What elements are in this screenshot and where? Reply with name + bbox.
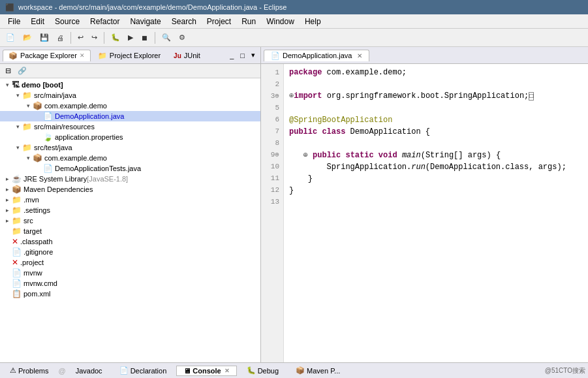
status-tab-console[interactable]: 🖥 Console ✕	[176, 366, 236, 376]
collapse-all-btn[interactable]: ⊟	[3, 65, 14, 76]
toggle[interactable]: ▸	[3, 206, 12, 215]
tree-item-src[interactable]: ▸ 📁 src	[0, 215, 260, 226]
menu-search[interactable]: Search	[166, 16, 202, 27]
toolbar-print[interactable]: 🖨	[54, 32, 67, 44]
tree-label: target	[23, 227, 42, 235]
view-menu-btn[interactable]: ▾	[249, 50, 258, 61]
toolbar-settings[interactable]: ⚙	[176, 31, 189, 44]
tree-item-application-properties[interactable]: 🍃 application.properties	[0, 132, 260, 142]
tree-item-mvn[interactable]: ▸ 📁 .mvn	[0, 195, 260, 205]
status-tab-maven[interactable]: 📦 Maven P...	[288, 365, 347, 376]
toolbar-undo[interactable]: ↩	[74, 31, 87, 44]
tree-label: mvnw	[23, 269, 42, 277]
jre-icon: ☕	[12, 174, 22, 183]
menu-project[interactable]: Project	[202, 16, 236, 27]
status-tab-debug[interactable]: 🐛 Debug	[240, 365, 286, 376]
toggle[interactable]: ▸	[3, 174, 12, 183]
code-content[interactable]: package com.example.demo; ⊕import org.sp…	[284, 64, 588, 362]
tree-item-maven-deps[interactable]: ▸ 📦 Maven Dependencies	[0, 184, 260, 195]
tab-junit[interactable]: Ju JUnit	[168, 50, 206, 61]
toolbar-debug[interactable]: 🐛	[108, 31, 123, 44]
toggle[interactable]: ▾	[23, 101, 33, 110]
menu-refactor[interactable]: Refactor	[85, 16, 125, 27]
jre-version-label: [JavaSE-1.8]	[87, 175, 128, 183]
menu-file[interactable]: File	[3, 16, 25, 27]
maximize-panel-btn[interactable]: □	[238, 50, 247, 61]
title-bar: ⬛ workspace - demo/src/main/java/com/exa…	[0, 0, 588, 14]
editor-tab-close[interactable]: ✕	[357, 52, 362, 59]
code-editor[interactable]: 1 2 3⊕ 5 6 7 8 9⊕ 10 11 12 13 package co…	[261, 64, 588, 362]
junit-icon: Ju	[174, 52, 181, 59]
editor-tab-demo-application[interactable]: 📄 DemoApplication.java ✕	[264, 50, 369, 61]
tree-label: .settings	[23, 206, 50, 214]
tree-item-mvnw-cmd[interactable]: 📄 mvnw.cmd	[0, 278, 260, 289]
tree-item-settings[interactable]: ▸ 📁 .settings	[0, 205, 260, 215]
script-icon: 📄	[12, 268, 22, 277]
status-tab-javadoc[interactable]: Javadoc	[69, 366, 110, 376]
tree-item-src-main-resources[interactable]: ▾ 📁 src/main/resources	[0, 121, 260, 132]
editor-tabs: 📄 DemoApplication.java ✕	[261, 47, 588, 64]
tree-item-mvnw[interactable]: 📄 mvnw	[0, 268, 260, 278]
menu-edit[interactable]: Edit	[25, 16, 50, 27]
line-num-10: 10	[265, 161, 279, 172]
toggle[interactable]: ▾	[13, 143, 22, 152]
tree-item-demo-application-tests[interactable]: 📄 DemoApplicationTests.java	[0, 163, 260, 174]
toggle[interactable]: ▸	[3, 195, 12, 204]
tree-item-src-test-java[interactable]: ▾ 📁 src/test/java	[0, 142, 260, 153]
editor-tab-label: DemoApplication.java	[283, 52, 352, 59]
tree-item-demo-application[interactable]: 📄 DemoApplication.java	[0, 111, 260, 121]
menu-help[interactable]: Help	[300, 16, 326, 27]
status-tab-declaration[interactable]: 📄 Declaration	[112, 365, 174, 376]
tab-package-explorer[interactable]: 📦 Package Explorer ✕	[3, 50, 91, 61]
tree-item-project[interactable]: ✕ .project	[0, 257, 260, 268]
package-explorer-close[interactable]: ✕	[80, 52, 85, 59]
folder-icon: 📁	[22, 91, 32, 100]
toggle[interactable]: ▾	[3, 80, 12, 89]
tree-item-com-example-demo-test[interactable]: ▾ 📦 com.example.demo	[0, 153, 260, 163]
toolbar-save[interactable]: 💾	[37, 31, 52, 44]
line-num-1: 1	[265, 67, 279, 78]
menu-navigate[interactable]: Navigate	[125, 16, 166, 27]
tree-item-target[interactable]: 📁 target	[0, 226, 260, 236]
tree-item-com-example-demo[interactable]: ▾ 📦 com.example.demo	[0, 101, 260, 111]
toolbar-new[interactable]: 📄	[3, 31, 18, 44]
menu-run[interactable]: Run	[236, 16, 261, 27]
menu-window[interactable]: Window	[261, 16, 300, 27]
tree-label: DemoApplication.java	[55, 112, 124, 120]
tree-item-classpath[interactable]: ✕ .classpath	[0, 236, 260, 247]
console-close[interactable]: ✕	[224, 368, 230, 374]
status-tab-maven-label: Maven P...	[307, 367, 340, 375]
menu-source[interactable]: Source	[50, 16, 85, 27]
problems-icon: ⚠	[10, 366, 16, 375]
status-tab-problems[interactable]: ⚠ Problems	[3, 365, 55, 376]
tree-item-src-main-java[interactable]: ▾ 📁 src/main/java	[0, 90, 260, 101]
minimize-panel-btn[interactable]: _	[227, 50, 236, 61]
toggle[interactable]: ▾	[13, 91, 22, 100]
tree-label: src/test/java	[34, 144, 72, 151]
tab-project-explorer[interactable]: 📁 Project Explorer	[92, 50, 166, 61]
toggle[interactable]: ▸	[3, 216, 12, 225]
status-tab-problems-label: Problems	[18, 367, 48, 375]
tree-item-demo[interactable]: ▾ 🏗 demo [boot]	[0, 80, 260, 90]
toggle[interactable]: ▸	[3, 185, 12, 194]
tree-view[interactable]: ▾ 🏗 demo [boot] ▾ 📁 src/main/java ▾ 📦 co…	[0, 78, 260, 362]
toolbar-search[interactable]: 🔍	[159, 31, 174, 44]
toolbar-redo[interactable]: ↪	[88, 31, 101, 44]
tree-item-gitignore[interactable]: 📄 .gitignore	[0, 247, 260, 257]
line-num-3: 3⊕	[265, 90, 279, 102]
debug-icon: 🐛	[247, 366, 256, 375]
toggle[interactable]: ▾	[23, 153, 33, 163]
toolbar-stop[interactable]: ⏹	[138, 32, 151, 44]
toolbar-open[interactable]: 📂	[20, 31, 35, 44]
line-num-13: 13	[265, 196, 279, 208]
java-tab-icon: 📄	[271, 52, 280, 60]
tree-label: pom.xml	[23, 290, 51, 298]
link-editor-btn[interactable]: 🔗	[15, 65, 29, 76]
tree-item-jre[interactable]: ▸ ☕ JRE System Library [JavaSE-1.8]	[0, 174, 260, 184]
tree-item-pom[interactable]: 📋 pom.xml	[0, 289, 260, 299]
classpath-icon: ✕	[12, 237, 18, 246]
toolbar-run[interactable]: ▶	[125, 31, 136, 44]
toggle[interactable]: ▾	[13, 122, 22, 131]
toolbar-sep2	[104, 32, 104, 44]
console-icon: 🖥	[183, 367, 191, 375]
